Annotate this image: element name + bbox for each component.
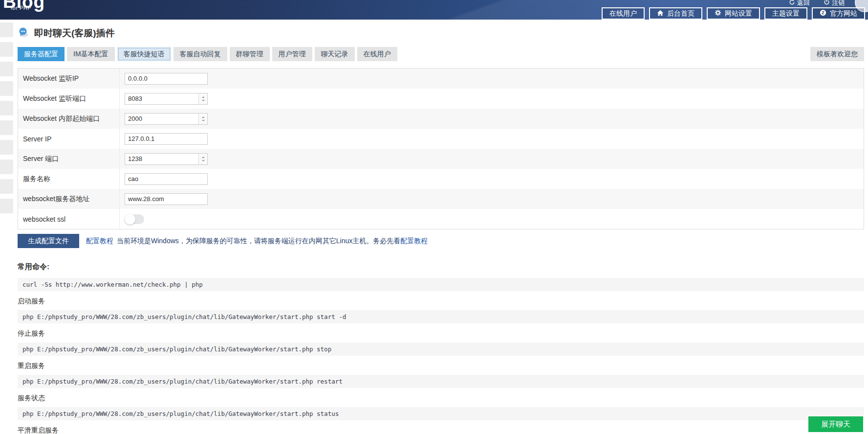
tab-user-management[interactable]: 用户管理: [272, 47, 312, 61]
nav-label: 主题设置: [772, 9, 800, 18]
tab-im-basic-config[interactable]: IM基本配置: [67, 47, 115, 61]
nav-label: 在线用户: [609, 9, 637, 18]
sidebar-collapsed-item[interactable]: [0, 62, 13, 76]
start-command: php E:/phpstudy_pro/WWW/28.com/zb_users/…: [18, 310, 864, 323]
common-commands-heading: 常用命令:: [18, 262, 864, 272]
gear-icon: [715, 9, 721, 18]
back-label: 返回: [797, 0, 810, 7]
nav-theme-settings-button[interactable]: 主题设置: [764, 7, 807, 20]
sidebar-collapsed-item[interactable]: [0, 120, 13, 135]
nav-dashboard-button[interactable]: 后台首页: [649, 7, 702, 20]
status-command: php E:/phpstudy_pro/WWW/28.com/zb_users/…: [18, 407, 864, 420]
nav-label: 官方网站: [830, 9, 857, 18]
tab-online-users[interactable]: 在线用户: [357, 47, 397, 61]
sidebar-collapsed-item[interactable]: [0, 160, 13, 174]
main-content: 即时聊天(客服)插件 服务器配置 IM基本配置 客服快捷短语 客服自动回复 群聊…: [18, 20, 864, 434]
field-label: Server IP: [18, 129, 120, 149]
page-title: 即时聊天(客服)插件: [34, 27, 115, 40]
form-row: websocket ssl: [18, 209, 864, 229]
websocket-server-address-input[interactable]: [125, 193, 208, 205]
toggle-knob: [125, 214, 135, 225]
number-spinner[interactable]: [198, 114, 207, 124]
config-tutorial-link[interactable]: 配置教程: [86, 237, 113, 245]
tab-template-welcome[interactable]: 模板著欢迎您: [810, 47, 864, 61]
tab-auto-reply[interactable]: 客服自动回复: [174, 47, 227, 61]
home-icon: [657, 10, 664, 18]
tab-server-config[interactable]: 服务器配置: [18, 47, 65, 61]
field-label: Websocket 监听端口: [18, 89, 120, 109]
expand-chat-button[interactable]: 展开聊天: [808, 416, 863, 432]
server-config-form: Websocket 监听IP Websocket 监听端口 Websocket …: [18, 68, 864, 229]
form-row: Websocket 监听IP: [18, 69, 864, 89]
websocket-ssl-toggle[interactable]: [125, 214, 144, 224]
command-label: 平滑重启服务: [18, 426, 864, 434]
server-ip-input[interactable]: [125, 133, 208, 145]
sidebar-collapsed-item[interactable]: [0, 179, 13, 194]
logout-icon: [824, 0, 830, 7]
field-label: 服务名称: [18, 169, 120, 189]
form-row: 服务名称: [18, 169, 864, 189]
sidebar-collapsed-item[interactable]: [0, 199, 13, 213]
nav-site-settings-button[interactable]: 网站设置: [707, 7, 760, 20]
command-label: 重启服务: [18, 362, 864, 370]
number-spinner[interactable]: [198, 154, 207, 164]
action-row: 生成配置文件 配置教程当前环境是Windows，为保障服务的可靠性，请将服务端运…: [18, 234, 864, 248]
form-row: Server 端口: [18, 149, 864, 169]
sidebar-collapsed-item[interactable]: [0, 101, 13, 115]
command-label: 停止服务: [18, 329, 864, 338]
page-head: 即时聊天(客服)插件: [18, 27, 864, 40]
hint-text: 当前环境是Windows，为保障服务的可靠性，请将服务端运行在内网其它Linux…: [117, 237, 400, 245]
form-row: websocket服务器地址: [18, 189, 864, 209]
sidebar-collapsed-item[interactable]: [0, 23, 13, 37]
app-header: Blog for PHP 返回 注销 在线用户 后台首页: [0, 0, 868, 20]
config-hint: 配置教程当前环境是Windows，为保障服务的可靠性，请将服务端运行在内网其它L…: [86, 237, 428, 246]
field-label: Websocket 监听IP: [18, 69, 120, 89]
header-top-links: 返回 注销: [789, 0, 845, 7]
field-label: websocket ssl: [18, 209, 120, 229]
generate-config-button[interactable]: 生成配置文件: [18, 234, 79, 248]
tab-quick-replies[interactable]: 客服快捷短语: [117, 47, 171, 61]
zblog-logo: Blog for PHP: [3, 0, 45, 11]
tab-bar: 服务器配置 IM基本配置 客服快捷短语 客服自动回复 群聊管理 用户管理 聊天记…: [18, 47, 864, 61]
internal-start-port-input[interactable]: [125, 114, 198, 124]
command-label: 启动服务: [18, 297, 864, 306]
server-port-input[interactable]: [125, 154, 198, 164]
number-spinner[interactable]: [198, 93, 207, 104]
chat-plugin-icon: [18, 27, 29, 40]
field-label: websocket服务器地址: [18, 189, 120, 209]
command-label: 服务状态: [18, 394, 864, 403]
z-badge-icon: Z: [820, 9, 826, 18]
collapsed-sidebar: [0, 23, 15, 218]
nav-label: 网站设置: [725, 9, 752, 18]
field-label: Websocket 内部起始端口: [18, 109, 120, 129]
nav-online-users-button[interactable]: 在线用户: [602, 7, 645, 20]
sidebar-collapsed-item[interactable]: [0, 42, 13, 57]
sidebar-collapsed-item[interactable]: [0, 140, 13, 155]
restart-command: php E:/phpstudy_pro/WWW/28.com/zb_users/…: [18, 375, 864, 388]
listen-port-input[interactable]: [125, 93, 198, 104]
logout-link[interactable]: 注销: [824, 0, 845, 7]
back-icon: [789, 0, 795, 7]
config-tutorial-link-tail[interactable]: 配置教程: [400, 237, 428, 245]
tab-group-chat[interactable]: 群聊管理: [230, 47, 270, 61]
header-nav: 在线用户 后台首页 网站设置 主题设置 Z 官方网站: [602, 7, 865, 20]
nav-label: 后台首页: [667, 9, 694, 18]
logout-label: 注销: [832, 0, 845, 7]
tab-chat-history[interactable]: 聊天记录: [315, 47, 355, 61]
field-label: Server 端口: [18, 149, 120, 169]
svg-text:Z: Z: [822, 10, 825, 15]
listen-ip-input[interactable]: [125, 73, 208, 85]
back-link[interactable]: 返回: [789, 0, 810, 7]
nav-official-site-button[interactable]: Z 官方网站: [812, 7, 865, 20]
service-name-input[interactable]: [125, 173, 208, 185]
stop-command: php E:/phpstudy_pro/WWW/28.com/zb_users/…: [18, 343, 864, 356]
form-row: Websocket 内部起始端口: [18, 109, 864, 129]
form-row: Server IP: [18, 129, 864, 149]
form-row: Websocket 监听端口: [18, 89, 864, 109]
sidebar-collapsed-item[interactable]: [0, 81, 13, 96]
check-env-command: curl -Ss http://www.workerman.net/check.…: [18, 278, 864, 291]
